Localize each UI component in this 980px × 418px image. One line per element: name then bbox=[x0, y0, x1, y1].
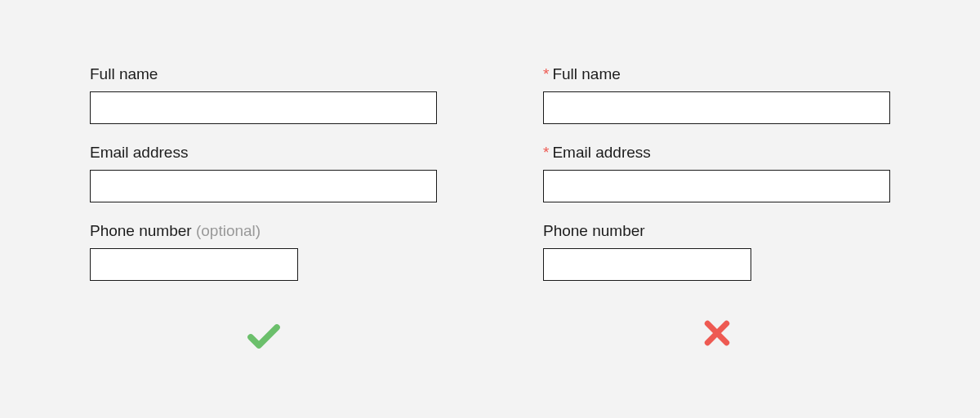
field-email: *Email address bbox=[543, 144, 890, 202]
phone-input[interactable] bbox=[90, 248, 298, 281]
label-text: Full name bbox=[90, 65, 158, 82]
email-input[interactable] bbox=[90, 170, 437, 202]
form-bad-example: *Full name *Email address Phone number bbox=[543, 65, 890, 394]
label-email: *Email address bbox=[543, 144, 890, 162]
label-text: Phone number bbox=[543, 222, 645, 239]
cross-icon bbox=[701, 317, 733, 349]
required-asterisk: * bbox=[543, 65, 549, 82]
status-incorrect bbox=[543, 317, 890, 349]
full-name-input[interactable] bbox=[543, 91, 890, 124]
required-asterisk: * bbox=[543, 144, 549, 161]
label-full-name: Full name bbox=[90, 65, 437, 83]
check-icon bbox=[244, 317, 283, 356]
label-full-name: *Full name bbox=[543, 65, 890, 83]
field-full-name: Full name bbox=[90, 65, 437, 124]
field-phone: Phone number bbox=[543, 222, 890, 281]
label-email: Email address bbox=[90, 144, 437, 162]
optional-hint: (optional) bbox=[196, 222, 261, 239]
full-name-input[interactable] bbox=[90, 91, 437, 124]
field-full-name: *Full name bbox=[543, 65, 890, 124]
field-phone: Phone number (optional) bbox=[90, 222, 437, 281]
label-text: Full name bbox=[552, 65, 620, 82]
email-input[interactable] bbox=[543, 170, 890, 202]
field-email: Email address bbox=[90, 144, 437, 202]
label-phone: Phone number (optional) bbox=[90, 222, 437, 240]
label-text: Email address bbox=[90, 144, 188, 161]
label-text: Email address bbox=[552, 144, 650, 161]
label-text: Phone number bbox=[90, 222, 192, 239]
status-correct bbox=[90, 317, 437, 356]
label-phone: Phone number bbox=[543, 222, 890, 240]
form-good-example: Full name Email address Phone number (op… bbox=[90, 65, 437, 394]
phone-input[interactable] bbox=[543, 248, 751, 281]
comparison-container: Full name Email address Phone number (op… bbox=[0, 0, 980, 418]
